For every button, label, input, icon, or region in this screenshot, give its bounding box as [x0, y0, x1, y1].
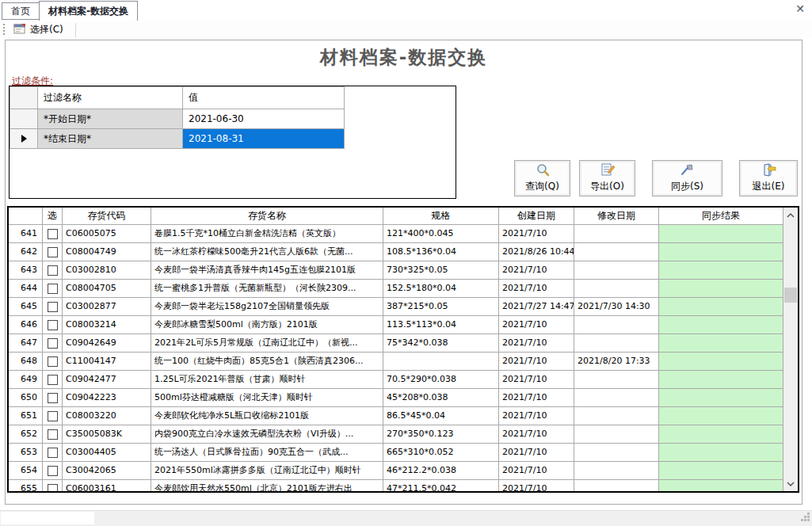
row-checkbox[interactable] — [48, 466, 58, 476]
created-date-cell: 2021/7/10 — [499, 280, 574, 298]
modified-date-cell: 2021/7/30 14:30 — [574, 298, 659, 316]
table-row[interactable]: 641 C06005075 卷膜1.5千克*10桶立白新金桔洗洁精（英文版） 1… — [9, 225, 783, 243]
exit-button[interactable]: 退出(E) — [739, 160, 798, 196]
vertical-scrollbar[interactable] — [783, 208, 798, 491]
row-checkbox[interactable] — [48, 393, 58, 403]
created-date-cell: 2021/7/10 — [499, 371, 574, 389]
row-number-cell: 646 — [9, 316, 43, 334]
sync-result-cell — [659, 480, 783, 491]
inventory-name-cell: 统一冰红茶柠檬味500毫升21代言人版6款（无菌... — [151, 243, 383, 261]
table-row[interactable]: 653 C03004405 统一汤达人（日式豚骨拉面）90克五合一（武成... … — [9, 444, 783, 462]
scroll-up-icon[interactable] — [783, 208, 798, 222]
row-checkbox[interactable] — [48, 375, 58, 385]
row-select-cell[interactable] — [43, 389, 63, 407]
select-column-header[interactable]: 选 — [43, 208, 63, 225]
tab-home[interactable]: 首页 — [2, 2, 40, 20]
filter-value-column-header[interactable]: 值 — [183, 87, 345, 109]
created-date-column-header[interactable]: 创建日期 — [499, 208, 574, 225]
table-row[interactable]: 646 C08003214 今麦郎冰糖雪梨500ml（南方版）2101版 113… — [9, 316, 783, 334]
row-number-column-header[interactable] — [9, 208, 43, 225]
inventory-name-cell: 卷膜1.5千克*10桶立白新金桔洗洁精（英文版） — [151, 225, 383, 243]
sync-result-cell — [659, 261, 783, 280]
row-select-cell[interactable] — [43, 425, 63, 444]
row-checkbox[interactable] — [48, 302, 58, 312]
filter-row-end-date[interactable]: *结束日期* 2021-08-31 — [10, 129, 345, 149]
inventory-code-column-header[interactable]: 存货代码 — [63, 208, 151, 225]
row-select-cell[interactable] — [43, 280, 63, 298]
row-select-cell[interactable] — [43, 316, 63, 334]
spec-cell: 152.5*180*0.04 — [383, 280, 499, 298]
resize-grip-icon[interactable] — [801, 513, 810, 524]
query-button[interactable]: 查询(Q) — [514, 160, 570, 196]
spec-column-header[interactable]: 规格 — [383, 208, 499, 225]
sync-icon — [680, 163, 696, 179]
table-row[interactable]: 643 C03002810 今麦郎一袋半汤清真香辣牛肉145g五连包膜2101版… — [9, 261, 783, 280]
row-checkbox[interactable] — [48, 356, 58, 367]
table-row[interactable]: 645 C03002877 今麦郎一袋半老坛158g2107全国销量领先版 38… — [9, 298, 783, 316]
sync-result-column-header[interactable]: 同步结果 — [659, 208, 783, 225]
row-checkbox[interactable] — [48, 448, 58, 458]
tab-material-data-exchange[interactable]: 材料档案-数据交换 — [39, 1, 138, 21]
inventory-code-cell: C30042065 — [63, 462, 151, 480]
row-checkbox[interactable] — [48, 338, 58, 349]
table-row[interactable]: 647 C09042649 2021年2L可乐5月常规版（辽南辽北辽中）（新视.… — [9, 334, 783, 353]
spec-cell: 75*342*0.038 — [383, 334, 499, 353]
table-row[interactable]: 649 C09042477 1.25L可乐2021年普版（甘肃）顺时针 70.5… — [9, 371, 783, 389]
row-checkbox[interactable] — [48, 411, 58, 421]
row-checkbox[interactable] — [48, 229, 58, 239]
select-button[interactable]: 选择(C) — [10, 21, 67, 39]
row-number-cell: 652 — [9, 425, 43, 444]
row-select-cell[interactable] — [43, 353, 63, 371]
table-row[interactable]: 652 C35005083K 内袋900克立白冷水速效无磷型洗衣粉（VI升级）.… — [9, 425, 783, 444]
row-select-cell[interactable] — [43, 407, 63, 425]
scroll-down-icon[interactable] — [783, 477, 798, 490]
sync-button[interactable]: 同步(S) — [652, 160, 722, 196]
filter-row-start-date[interactable]: *开始日期* 2021-06-30 — [10, 109, 345, 129]
row-checkbox[interactable] — [48, 265, 58, 276]
inventory-name-cell: 1.25L可乐2021年普版（甘肃）顺时针 — [151, 371, 383, 389]
inventory-code-cell: C35005083K — [63, 425, 151, 444]
row-select-cell[interactable] — [43, 480, 63, 491]
row-checkbox[interactable] — [48, 320, 58, 330]
row-select-cell[interactable] — [43, 444, 63, 462]
export-button[interactable]: 导出(O) — [579, 160, 635, 196]
table-row[interactable]: 655 C06003161 今麦郎饮用天然水550ml（北京）2101版左进右出… — [9, 480, 783, 491]
spec-cell: 730*325*0.05 — [383, 261, 499, 280]
table-row[interactable]: 648 C11004147 统一100（红烧牛肉面）85克5合1（陕西清真230… — [9, 353, 783, 371]
close-icon[interactable]: ✕ — [795, 2, 805, 15]
row-select-cell[interactable] — [43, 462, 63, 480]
row-select-cell[interactable] — [43, 334, 63, 353]
row-number-cell: 648 — [9, 353, 43, 371]
table-row[interactable]: 651 C08003220 今麦郎软化纯净水5L瓶口收缩标2101版 86.5*… — [9, 407, 783, 425]
table-row[interactable]: 642 C08004749 统一冰红茶柠檬味500毫升21代言人版6款（无菌..… — [9, 243, 783, 261]
row-select-cell[interactable] — [43, 371, 63, 389]
inventory-name-cell: 2021年2L可乐5月常规版（辽南辽北辽中）（新视... — [151, 334, 383, 353]
row-checkbox[interactable] — [48, 429, 58, 440]
modified-date-cell — [574, 407, 659, 425]
filter-name-column-header[interactable]: 过滤名称 — [38, 87, 183, 109]
spec-cell: 121*400*0.045 — [383, 225, 499, 243]
inventory-code-cell: C03002810 — [63, 261, 151, 280]
table-row[interactable]: 650 C09042223 500ml芬达橙减糖版（河北天津）顺时针 45*20… — [9, 389, 783, 407]
inventory-name-column-header[interactable]: 存货名称 — [151, 208, 383, 225]
row-checkbox[interactable] — [48, 284, 58, 294]
row-select-cell[interactable] — [43, 243, 63, 261]
filter-grid: 过滤名称 值 *开始日期* 2021-06-30 *结束日期* 2021-08-… — [10, 86, 345, 149]
table-row[interactable]: 654 C30042065 2021年550ml冰露拼多多版（辽南辽北辽中）顺时… — [9, 462, 783, 480]
inventory-table: 选 存货代码 存货名称 规格 创建日期 修改日期 同步结果 641 C06005… — [7, 206, 799, 493]
row-select-cell[interactable] — [43, 298, 63, 316]
row-checkbox[interactable] — [48, 247, 58, 257]
sync-result-cell — [659, 334, 783, 353]
row-select-cell[interactable] — [43, 225, 63, 243]
modified-date-column-header[interactable]: 修改日期 — [574, 208, 659, 225]
inventory-code-cell: C09042477 — [63, 371, 151, 389]
created-date-cell: 2021/7/10 — [499, 353, 574, 371]
modified-date-cell — [574, 225, 659, 243]
filter-value-cell-end-date[interactable]: 2021-08-31 — [183, 129, 345, 149]
table-row[interactable]: 644 C08004705 统一蜜桃多1升普版（无菌新瓶型）（河长陕2309..… — [9, 280, 783, 298]
row-select-cell[interactable] — [43, 261, 63, 280]
row-checkbox[interactable] — [48, 484, 58, 492]
scrollbar-thumb[interactable] — [784, 288, 797, 303]
toolbar-grip[interactable] — [3, 24, 5, 36]
filter-value-cell-start-date[interactable]: 2021-06-30 — [183, 109, 345, 129]
